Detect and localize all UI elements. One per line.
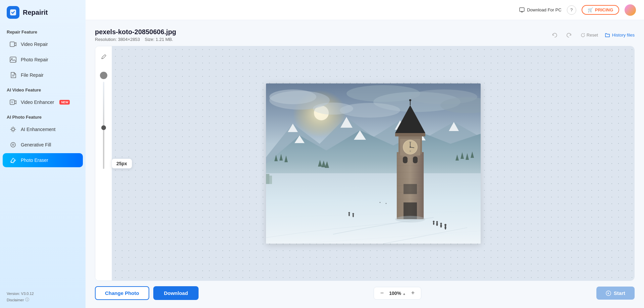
undo-button[interactable] [550,30,560,40]
svg-point-80 [436,223,438,226]
photo-repair-label: Photo Repair [21,57,48,62]
svg-point-87 [385,203,386,204]
zoom-controls: − 100% ▲ + [374,287,421,300]
monitor-icon [519,7,525,13]
svg-text:VI: VI [409,150,411,152]
file-actions: Reset History files [550,30,635,40]
start-icon [606,291,611,296]
disclaimer-link[interactable]: Disclaimer ⓘ [7,297,79,303]
svg-point-83 [440,223,442,224]
sidebar-item-photo-repair[interactable]: Photo Repair [3,53,83,67]
svg-point-82 [440,224,442,228]
sidebar-footer: Version: V3.0.12 Disclaimer ⓘ [0,286,86,308]
svg-rect-6 [10,100,14,105]
file-header: pexels-koto-20850606.jpg Resolution: 380… [95,28,635,42]
bottom-left-actions: Change Photo Download [95,286,199,300]
redo-button[interactable] [564,30,574,40]
main-content: Download For PC ? 🛒 PRICING pexels-koto-… [86,0,644,308]
sidebar-item-file-repair[interactable]: File Repair [3,68,83,82]
sidebar: Repairit Repair Feature Video Repair Pho… [0,0,86,308]
sidebar-item-video-enhancer[interactable]: Video Enhancer NEW [3,95,83,109]
canvas-area[interactable]: XII VI [112,46,634,281]
svg-point-90 [395,216,425,223]
file-name: pexels-koto-20850606.jpg [95,28,176,36]
svg-point-77 [352,213,354,214]
video-repair-label: Video Repair [21,42,48,47]
svg-point-84 [444,226,446,230]
svg-point-71 [409,99,411,101]
svg-point-23 [340,103,400,118]
photo-eraser-label: Photo Eraser [21,158,48,163]
repair-feature-section: Repair Feature [0,25,86,37]
brush-panel: 25px [95,46,112,281]
sidebar-item-ai-enhancement[interactable]: AI Enhancement [3,122,83,136]
photo-repair-icon [9,56,17,63]
ai-video-feature-section: AI Video Feature [0,83,86,95]
version-label: Version: V3.0.12 [7,292,79,296]
brush-size-indicator [100,72,107,79]
svg-point-78 [433,222,434,225]
svg-rect-66 [403,157,408,163]
history-files-button[interactable]: History files [605,33,635,38]
pencil-icon [101,54,107,60]
zoom-out-button[interactable]: − [378,289,386,297]
generative-fill-label: Generative Fill [21,142,51,147]
svg-rect-9 [520,8,524,11]
change-photo-button[interactable]: Change Photo [95,286,149,300]
brush-tool-button[interactable] [98,52,109,62]
svg-point-8 [11,142,15,147]
reset-button[interactable]: Reset [578,31,601,39]
zoom-in-button[interactable]: + [409,289,417,297]
download-pc-label: Download For PC [527,7,561,12]
svg-rect-67 [413,157,418,163]
user-avatar[interactable] [625,4,636,16]
history-label: History files [612,33,635,38]
pricing-button[interactable]: 🛒 PRICING [582,5,619,15]
svg-point-74 [348,213,350,216]
zoom-minus-icon: − [380,290,384,297]
image-scene-svg: XII VI [266,83,481,244]
file-repair-icon [9,71,17,79]
pricing-label: PRICING [595,7,613,12]
start-button[interactable]: Start [596,287,635,300]
brush-size-slider-container [100,66,107,275]
reset-icon [581,33,585,38]
video-repair-icon [9,41,17,48]
svg-point-79 [433,221,434,222]
brush-slider-thumb[interactable] [101,125,106,130]
disclaimer-info-icon: ⓘ [25,297,29,303]
brush-slider-track[interactable] [103,82,104,169]
svg-point-81 [436,221,438,223]
folder-icon [605,33,610,38]
start-label: Start [614,290,625,296]
video-enhancer-label: Video Enhancer [21,100,54,105]
sidebar-item-photo-eraser[interactable]: Photo Eraser [3,153,83,167]
svg-point-85 [444,224,446,226]
sidebar-item-video-repair[interactable]: Video Repair [3,37,83,51]
svg-point-17 [269,89,316,104]
file-resolution: Resolution: 3804×2853 [95,37,140,42]
app-logo-icon [7,6,19,19]
file-repair-label: File Repair [21,72,44,78]
svg-rect-73 [404,184,417,194]
svg-rect-88 [266,174,269,184]
sidebar-logo[interactable]: Repairit [0,0,86,25]
bottom-right-actions: Start [596,287,635,300]
ai-enhancement-label: AI Enhancement [21,127,56,132]
sidebar-item-generative-fill[interactable]: Generative Fill [3,138,83,152]
help-button[interactable]: ? [567,5,576,15]
svg-point-75 [348,212,350,213]
download-button[interactable]: Download [153,286,199,300]
editor-area: 25px [95,46,635,281]
file-meta: Resolution: 3804×2853 Size: 1.21 MB. [95,37,176,42]
reset-label: Reset [587,33,598,38]
svg-rect-1 [10,42,14,47]
file-size: Size: 1.21 MB. [145,37,173,42]
svg-text:XII: XII [409,141,411,143]
generative-fill-icon [9,141,17,148]
download-for-pc-button[interactable]: Download For PC [519,7,561,13]
svg-point-76 [353,214,354,217]
topbar: Download For PC ? 🛒 PRICING [86,0,644,20]
ai-enhancement-icon [9,126,17,133]
zoom-chevron-icon[interactable]: ▲ [402,292,406,296]
